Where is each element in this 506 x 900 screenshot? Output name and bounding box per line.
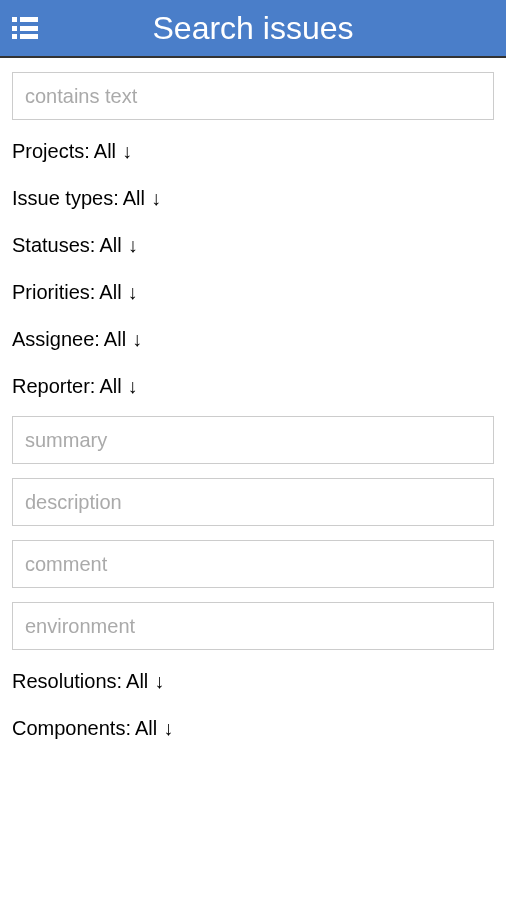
filter-label: Statuses: — [12, 234, 95, 257]
priorities-filter[interactable]: Priorities: All ↓ — [12, 281, 494, 304]
chevron-down-icon: ↓ — [154, 670, 164, 693]
filter-value: All — [135, 717, 157, 740]
page-title: Search issues — [48, 10, 458, 47]
filter-value: All — [99, 375, 121, 398]
resolutions-filter[interactable]: Resolutions: All ↓ — [12, 670, 494, 693]
filter-label: Reporter: — [12, 375, 95, 398]
projects-filter[interactable]: Projects: All ↓ — [12, 140, 494, 163]
description-input[interactable] — [12, 478, 494, 526]
filter-label: Assignee: — [12, 328, 100, 351]
filter-value: All — [94, 140, 116, 163]
chevron-down-icon: ↓ — [128, 375, 138, 398]
filter-value: All — [99, 281, 121, 304]
assignee-filter[interactable]: Assignee: All ↓ — [12, 328, 494, 351]
filter-label: Projects: — [12, 140, 90, 163]
filter-label: Priorities: — [12, 281, 95, 304]
filter-label: Issue types: — [12, 187, 119, 210]
chevron-down-icon: ↓ — [132, 328, 142, 351]
statuses-filter[interactable]: Statuses: All ↓ — [12, 234, 494, 257]
filter-label: Resolutions: — [12, 670, 122, 693]
filter-label: Components: — [12, 717, 131, 740]
filter-value: All — [123, 187, 145, 210]
summary-input[interactable] — [12, 416, 494, 464]
components-filter[interactable]: Components: All ↓ — [12, 717, 494, 740]
chevron-down-icon: ↓ — [128, 281, 138, 304]
app-header: Search issues — [0, 0, 506, 58]
comment-input[interactable] — [12, 540, 494, 588]
filter-value: All — [126, 670, 148, 693]
reporter-filter[interactable]: Reporter: All ↓ — [12, 375, 494, 398]
chevron-down-icon: ↓ — [128, 234, 138, 257]
issue-types-filter[interactable]: Issue types: All ↓ — [12, 187, 494, 210]
filter-value: All — [104, 328, 126, 351]
chevron-down-icon: ↓ — [163, 717, 173, 740]
chevron-down-icon: ↓ — [122, 140, 132, 163]
search-form: Projects: All ↓ Issue types: All ↓ Statu… — [0, 58, 506, 740]
filter-value: All — [99, 234, 121, 257]
contains-text-input[interactable] — [12, 72, 494, 120]
environment-input[interactable] — [12, 602, 494, 650]
menu-icon[interactable] — [12, 17, 40, 39]
chevron-down-icon: ↓ — [151, 187, 161, 210]
